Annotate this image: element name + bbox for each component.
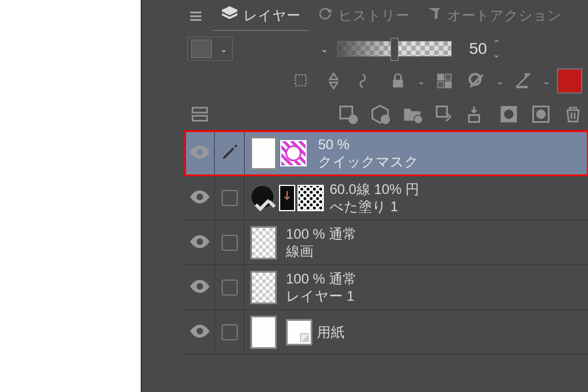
layer-color-button[interactable] xyxy=(557,68,582,94)
svg-rect-13 xyxy=(192,116,207,121)
layer-name[interactable]: べた塗り 1 xyxy=(330,198,419,215)
edit-target-checkbox[interactable] xyxy=(222,280,238,296)
mask-alpha-button[interactable] xyxy=(432,68,457,94)
paper-icon xyxy=(286,319,312,346)
halftone-thumbnail[interactable] xyxy=(297,185,324,211)
visibility-toggle[interactable] xyxy=(190,145,210,161)
new-vector-layer-button[interactable] xyxy=(368,102,393,127)
tab-autoaction[interactable]: オートアクション xyxy=(417,2,570,30)
visibility-toggle[interactable] xyxy=(190,190,210,206)
tab-autoaction-label: オートアクション xyxy=(447,6,562,25)
layer-row-lineart[interactable]: 100 % 通常 線画 xyxy=(185,220,588,265)
new-folder-button[interactable] xyxy=(400,102,425,127)
svg-rect-6 xyxy=(445,81,451,88)
chevron-down-icon: ⌄ xyxy=(320,44,328,55)
reference-button[interactable] xyxy=(321,68,346,94)
svg-rect-2 xyxy=(190,19,202,21)
slider-handle[interactable] xyxy=(390,38,399,61)
clip-button[interactable] xyxy=(289,68,314,94)
tab-history[interactable]: ヒストリー xyxy=(308,2,417,30)
layers-icon xyxy=(220,5,239,26)
svg-point-18 xyxy=(414,115,423,124)
layer-row-paper[interactable]: 用紙 xyxy=(185,310,588,355)
chevron-down-icon[interactable]: ⌄ xyxy=(496,76,504,87)
tab-layers-label: レイヤー xyxy=(243,6,300,25)
svg-rect-20 xyxy=(469,115,479,122)
svg-rect-8 xyxy=(438,81,444,88)
layers-panel: レイヤー ヒストリー オートアクション ⌄ ⌄ 50 ⌃ ⌄ xyxy=(141,0,588,392)
layer-row-quickmask[interactable]: 50 % クイックマスク xyxy=(185,131,588,176)
layer-label: 50 % クイックマスク xyxy=(318,136,419,170)
blend-mode-dropdown[interactable]: ⌄ xyxy=(236,37,334,61)
opacity-stepper[interactable]: ⌃ ⌄ xyxy=(493,38,500,60)
layer-mask-button[interactable] xyxy=(496,102,521,127)
layer-thumbnail[interactable] xyxy=(250,137,277,170)
svg-rect-0 xyxy=(190,11,202,13)
svg-rect-1 xyxy=(190,15,202,17)
svg-text:+: + xyxy=(351,116,355,124)
layer-list: 50 % クイックマスク 60.0線 10% 円 べた塗り 1 xyxy=(185,130,588,355)
edit-target-icon[interactable] xyxy=(220,143,239,164)
svg-point-17 xyxy=(381,115,390,124)
opacity-slider[interactable] xyxy=(337,41,452,57)
svg-point-24 xyxy=(537,110,546,119)
edit-target-checkbox[interactable] xyxy=(222,235,238,251)
fill-layer-icon xyxy=(250,185,277,211)
svg-rect-3 xyxy=(295,75,306,86)
layer-label: 100 % 通常 レイヤー 1 xyxy=(286,270,357,305)
edit-target-checkbox[interactable] xyxy=(222,190,238,206)
new-raster-layer-button[interactable]: + xyxy=(335,102,361,127)
layer-thumbnail[interactable] xyxy=(250,271,277,304)
autoaction-icon xyxy=(425,5,443,26)
layer-opacity-label: 100 % 通常 xyxy=(286,270,357,288)
ruler-button[interactable] xyxy=(510,68,536,94)
layer-name[interactable]: 用紙 xyxy=(317,323,345,341)
svg-rect-4 xyxy=(393,80,403,87)
panel-tabs: レイヤー ヒストリー オートアクション xyxy=(185,0,588,32)
layer-name[interactable]: レイヤー 1 xyxy=(286,288,357,305)
draft-button[interactable] xyxy=(353,68,378,94)
merge-down-button[interactable] xyxy=(464,102,489,127)
layer-color-swatch xyxy=(191,40,212,58)
layer-thumbnail[interactable] xyxy=(250,316,277,349)
tab-layers[interactable]: レイヤー xyxy=(212,1,308,31)
stepper-up-icon[interactable]: ⌃ xyxy=(493,38,500,49)
red-swatch xyxy=(557,68,582,94)
visibility-toggle[interactable] xyxy=(190,324,210,340)
layer-row-fill1[interactable]: 60.0線 10% 円 べた塗り 1 xyxy=(185,176,588,220)
layer-lock-row: ⌄ ⌄ ⌄ xyxy=(185,66,588,97)
transfer-down-button[interactable] xyxy=(432,102,457,127)
svg-rect-19 xyxy=(437,107,447,117)
mask-disable-button[interactable] xyxy=(464,68,489,94)
panel-menu-button[interactable] xyxy=(185,5,207,27)
history-icon xyxy=(316,5,334,26)
stepper-down-icon[interactable]: ⌄ xyxy=(493,49,500,60)
delete-layer-button[interactable] xyxy=(560,102,586,127)
layer-name[interactable]: 線画 xyxy=(286,243,357,260)
lock-button[interactable] xyxy=(385,68,411,94)
tone-preview-icon xyxy=(279,185,295,211)
layer-name[interactable]: クイックマスク xyxy=(318,153,419,170)
svg-rect-7 xyxy=(445,74,451,80)
layer-row-layer1[interactable]: 100 % 通常 レイヤー 1 xyxy=(185,265,588,310)
layer-color-dropdown[interactable]: ⌄ xyxy=(187,37,233,61)
layer-opacity-label: 50 % xyxy=(318,136,419,153)
tab-history-label: ヒストリー xyxy=(338,6,409,25)
canvas-area[interactable] xyxy=(0,0,141,392)
svg-point-22 xyxy=(504,109,514,119)
two-pane-button[interactable] xyxy=(187,102,212,127)
layer-tone-label: 60.0線 10% 円 xyxy=(330,181,419,198)
chevron-down-icon: ⌄ xyxy=(215,44,232,55)
chevron-down-icon[interactable]: ⌄ xyxy=(543,76,550,87)
apply-mask-button[interactable] xyxy=(528,102,554,127)
visibility-toggle[interactable] xyxy=(190,280,210,296)
quickmask-icon xyxy=(280,140,307,166)
opacity-value[interactable]: 50 xyxy=(469,40,487,58)
edit-target-checkbox[interactable] xyxy=(222,324,238,340)
chevron-down-icon[interactable]: ⌄ xyxy=(417,76,425,87)
layer-options-row: ⌄ ⌄ 50 ⌃ ⌄ xyxy=(185,32,588,66)
svg-rect-12 xyxy=(192,108,207,113)
svg-rect-5 xyxy=(438,74,444,80)
visibility-toggle[interactable] xyxy=(190,235,210,251)
layer-thumbnail[interactable] xyxy=(250,226,277,259)
